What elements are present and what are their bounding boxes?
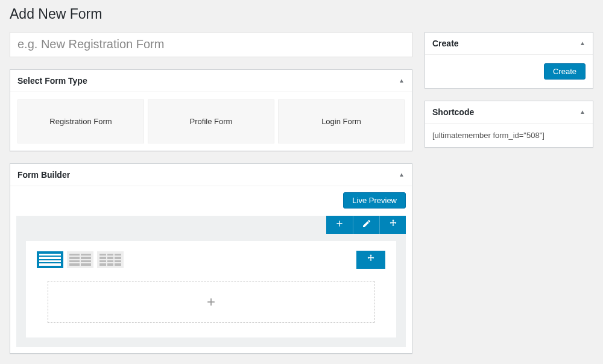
create-panel-title: Create xyxy=(432,39,459,48)
row-drag-handle[interactable] xyxy=(356,251,385,269)
form-builder-row: + xyxy=(26,241,396,337)
form-type-profile[interactable]: Profile Form xyxy=(148,99,274,143)
collapse-icon: ▲ xyxy=(399,171,405,178)
shortcode-panel-header[interactable]: Shortcode ▲ xyxy=(425,101,593,124)
column-layout-1[interactable] xyxy=(37,251,63,268)
plus-icon xyxy=(335,219,344,230)
form-type-panel: Select Form Type ▲ Registration Form Pro… xyxy=(10,69,412,151)
form-builder-canvas: + xyxy=(16,216,406,347)
shortcode-panel-title: Shortcode xyxy=(432,107,474,117)
live-preview-button[interactable]: Live Preview xyxy=(343,192,406,209)
add-field-dropzone[interactable]: + xyxy=(48,281,374,323)
move-icon xyxy=(388,219,398,230)
create-button[interactable]: Create xyxy=(544,63,586,80)
form-type-registration[interactable]: Registration Form xyxy=(17,99,144,143)
edit-row-button[interactable] xyxy=(353,216,379,234)
form-title-input[interactable] xyxy=(10,32,412,57)
pencil-icon xyxy=(362,219,371,230)
column-layout-2[interactable] xyxy=(67,251,93,268)
form-builder-panel-title: Form Builder xyxy=(17,170,70,180)
move-row-button[interactable] xyxy=(379,216,406,234)
column-layout-3[interactable] xyxy=(97,251,124,268)
shortcode-value: [ultimatemember form_id="508"] xyxy=(432,131,545,140)
create-panel-header[interactable]: Create ▲ xyxy=(425,33,593,55)
page-title: Add New Form xyxy=(10,0,593,26)
add-row-button[interactable] xyxy=(326,216,353,234)
form-builder-panel-header[interactable]: Form Builder ▲ xyxy=(10,164,412,186)
plus-icon: + xyxy=(207,293,215,310)
form-type-panel-title: Select Form Type xyxy=(17,76,87,86)
create-panel: Create ▲ Create xyxy=(425,32,593,89)
form-type-login[interactable]: Login Form xyxy=(278,99,405,143)
collapse-icon: ▲ xyxy=(399,77,405,84)
shortcode-panel: Shortcode ▲ [ultimatemember form_id="508… xyxy=(425,101,593,148)
collapse-icon: ▲ xyxy=(579,108,586,115)
form-builder-panel: Form Builder ▲ Live Preview xyxy=(10,163,412,354)
form-type-panel-header[interactable]: Select Form Type ▲ xyxy=(10,70,412,92)
move-icon xyxy=(366,254,376,265)
collapse-icon: ▲ xyxy=(579,40,586,46)
